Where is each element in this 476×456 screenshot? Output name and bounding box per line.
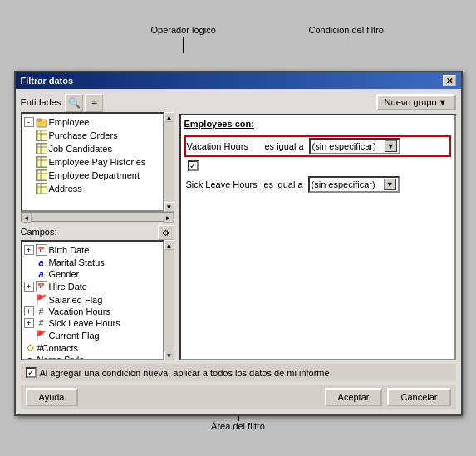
filter-row2-select[interactable]: (sin especificar) ▼ — [308, 176, 400, 193]
apply-checkbox[interactable] — [26, 367, 37, 378]
annotation-area-del-filtro: Área del filtro — [211, 421, 265, 431]
ayuda-button[interactable]: Ayuda — [26, 388, 78, 406]
filter-row1-arrow[interactable]: ▼ — [385, 140, 397, 152]
table-icon-jc — [36, 143, 47, 154]
entities-list-btn[interactable]: ≡ — [85, 94, 103, 112]
ok-cancel-group: Aceptar Cancelar — [325, 388, 451, 406]
filter-row1-operator: es igual a — [265, 141, 304, 151]
nuevo-grupo-arrow: ▼ — [439, 97, 448, 107]
filter-area: Employees con: Vacation Hours es igual a… — [179, 114, 456, 360]
expand-vacation[interactable]: + — [24, 306, 34, 316]
entities-tree: - Employee Purchase Orders — [21, 112, 164, 212]
entities-search-btn[interactable]: 🔍 — [65, 94, 83, 112]
nuevo-grupo-label: Nuevo grupo — [385, 97, 437, 107]
entities-section: Entidades: 🔍 ≡ - Employee — [21, 94, 174, 222]
tree-item-vacation-hours[interactable]: + # Vacation Hours — [24, 306, 161, 317]
tree-item-employee[interactable]: - Employee — [24, 115, 161, 129]
birth-date-label: Birth Date — [49, 245, 90, 255]
filter-row-1[interactable]: Vacation Hours es igual a (sin especific… — [184, 135, 451, 157]
tree-item-marital-status[interactable]: a Marital Status — [24, 257, 161, 268]
svg-rect-8 — [37, 157, 47, 167]
filter-row-2[interactable]: Sick Leave Hours es igual a (sin especif… — [184, 174, 451, 194]
svg-rect-11 — [37, 170, 47, 180]
left-panel: Entidades: 🔍 ≡ - Employee — [21, 94, 174, 360]
scroll-down-entities[interactable]: ▼ — [164, 202, 174, 212]
cancelar-button[interactable]: Cancelar — [387, 388, 450, 406]
scroll-up-entities[interactable]: ▲ — [164, 112, 174, 122]
table-icon-eph — [36, 156, 47, 168]
aceptar-button[interactable]: Aceptar — [325, 388, 383, 406]
address-label: Address — [49, 184, 82, 194]
filter-row2-operator: es igual a — [264, 179, 303, 189]
tree-item-contacts[interactable]: ◇ #Contacts — [24, 341, 161, 354]
a-icon-ms: a — [36, 257, 47, 267]
hscroll-left-entities[interactable]: ◄ — [22, 213, 32, 223]
title-bar: Filtrar datos ✕ — [16, 72, 461, 89]
entities-label: Entidades: — [21, 97, 64, 107]
filter-row2-field: Sick Leave Hours — [186, 179, 261, 189]
gender-label: Gender — [49, 269, 80, 279]
annotation-condicion-filtro: Condición del filtro — [309, 25, 385, 53]
purchase-orders-label: Purchase Orders — [49, 130, 118, 140]
tree-item-job-candidates[interactable]: Job Candidates — [24, 142, 161, 155]
folder-icon — [36, 116, 47, 128]
a-icon-ns: a — [24, 355, 36, 360]
title-bar-buttons: ✕ — [443, 75, 456, 86]
fields-tree-container: + 📅 Birth Date a Marital Status — [21, 240, 174, 360]
flag-icon-sf: 🚩 — [36, 294, 47, 305]
filter-row1-select[interactable]: (sin especificar) ▼ — [309, 138, 400, 154]
checkbox-label: Al agregar una condición nueva, aplicar … — [40, 368, 330, 378]
tree-item-current-flag[interactable]: 🚩 Current Flag — [24, 329, 161, 341]
name-style-label: Name Style — [37, 355, 85, 360]
fields-scrollbar[interactable]: ▲ ▼ — [164, 240, 174, 360]
fields-btn[interactable]: ⚙ — [158, 225, 174, 240]
tree-item-salaried-flag[interactable]: 🚩 Salaried Flag — [24, 293, 161, 306]
table-icon-ed — [36, 169, 47, 181]
filter-row1-field: Vacation Hours — [187, 141, 262, 151]
expand-employee[interactable]: - — [24, 117, 34, 127]
sick-leave-hours-label: Sick Leave Hours — [49, 318, 120, 328]
close-button[interactable]: ✕ — [443, 75, 456, 86]
tree-item-purchase-orders[interactable]: Purchase Orders — [24, 129, 161, 142]
connector-checkbox[interactable] — [188, 160, 199, 171]
top-section: Entidades: 🔍 ≡ - Employee — [21, 94, 456, 360]
expand-hire-date[interactable]: + — [24, 282, 34, 292]
entities-toolbar: Entidades: 🔍 ≡ — [21, 94, 174, 112]
hash-icon-slh: # — [36, 318, 47, 328]
tree-item-birth-date[interactable]: + 📅 Birth Date — [24, 243, 161, 257]
expand-birth-date[interactable]: + — [24, 245, 34, 255]
tree-item-employee-pay[interactable]: Employee Pay Histories — [24, 155, 161, 169]
tree-item-address[interactable]: Address — [24, 182, 161, 195]
filter-row2-arrow[interactable]: ▼ — [384, 179, 396, 190]
fields-label: Campos: — [21, 227, 57, 237]
tree-item-sick-leave-hours[interactable]: + # Sick Leave Hours — [24, 317, 161, 329]
scroll-down-fields[interactable]: ▼ — [164, 351, 174, 360]
entities-scrollbar[interactable]: ▲ ▼ — [164, 112, 174, 212]
filter-group-title: Employees con: — [184, 119, 451, 129]
entities-hscroll[interactable]: ◄ ► — [21, 212, 174, 222]
fields-tree: + 📅 Birth Date a Marital Status — [21, 240, 164, 360]
current-flag-label: Current Flag — [49, 331, 100, 341]
nuevo-grupo-button[interactable]: Nuevo grupo ▼ — [376, 94, 456, 110]
hscroll-right-entities[interactable]: ► — [164, 213, 174, 223]
expand-sick-leave[interactable]: + — [24, 318, 34, 328]
flag-icon-cf: 🚩 — [36, 330, 47, 341]
table-icon-po — [36, 130, 47, 141]
date-icon-hd: 📅 — [36, 281, 47, 292]
emp-dept-label: Employee Department — [49, 170, 140, 180]
tree-item-emp-dept[interactable]: Employee Department — [24, 169, 161, 182]
tree-item-hire-date[interactable]: + 📅 Hire Date — [24, 280, 161, 293]
tree-item-name-style[interactable]: a Name Style — [24, 354, 161, 360]
filter-row1-value: (sin especificar) — [312, 141, 376, 151]
dialog-title: Filtrar datos — [21, 76, 74, 86]
fields-header: Campos: ⚙ — [21, 225, 174, 240]
checkbox-row: Al agregar una condición nueva, aplicar … — [21, 364, 456, 381]
salaried-flag-label: Salaried Flag — [49, 295, 103, 305]
scroll-up-fields[interactable]: ▲ — [164, 240, 174, 250]
entities-tree-container: - Employee Purchase Orders — [21, 112, 174, 212]
date-icon-bd: 📅 — [36, 244, 47, 256]
bottom-buttons: Ayuda Aceptar Cancelar — [21, 385, 456, 409]
tree-item-gender[interactable]: a Gender — [24, 268, 161, 280]
svg-rect-14 — [37, 184, 47, 194]
contacts-label: #Contacts — [37, 343, 79, 353]
